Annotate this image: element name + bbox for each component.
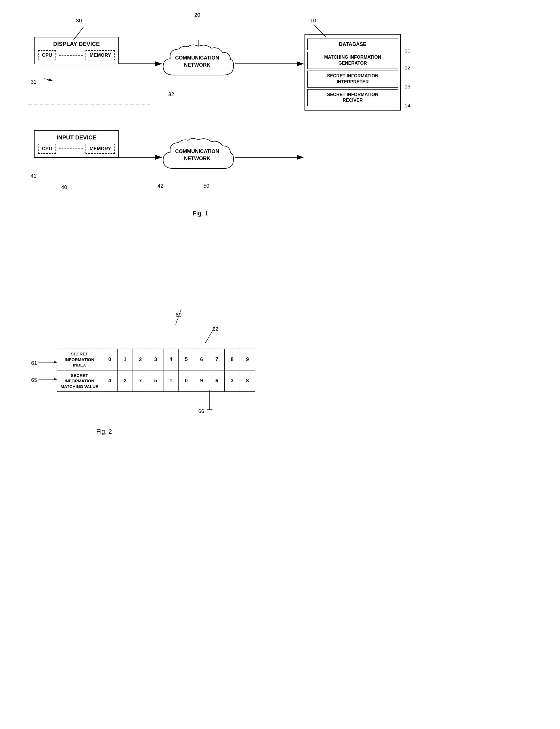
- index-3: 3: [148, 349, 163, 371]
- fig2-caption: Fig. 2: [96, 428, 112, 435]
- index-6: 6: [194, 349, 209, 371]
- index-4: 4: [163, 349, 179, 371]
- svg-line-14: [176, 309, 181, 324]
- ref-40: 40: [61, 184, 67, 190]
- input-device-title: INPUT DEVICE: [38, 134, 115, 141]
- index-1: 1: [118, 349, 133, 371]
- ref-12: 12: [404, 65, 410, 71]
- display-memory-box: MEMORY: [86, 50, 115, 60]
- ref-14: 14: [404, 103, 410, 109]
- fig1-caption: Fig. 1: [193, 210, 208, 217]
- secret-interpreter-box: SECRET INFORMATIONINTERPRETER: [307, 71, 398, 88]
- display-cpu-box: CPU: [38, 50, 56, 60]
- index-9: 9: [240, 349, 255, 371]
- ref-41: 41: [31, 173, 37, 179]
- match-3: 5: [148, 370, 163, 392]
- secret-receiver-label: SECRET INFORMATIONRECIVER: [327, 92, 378, 103]
- index-0: 0: [102, 349, 118, 371]
- secret-info-table: SECRET INFORMATIONINDEX 0 1 2 3 4 5 6 7 …: [57, 348, 255, 392]
- input-cpu-box: CPU: [38, 144, 56, 154]
- svg-line-15: [205, 326, 215, 343]
- index-8: 8: [225, 349, 240, 371]
- matching-info-label: MATCHING INFORMATIONGENERATOR: [324, 55, 381, 65]
- display-device-title: DISPLAY DEVICE: [38, 41, 115, 47]
- ref-10: 10: [310, 18, 316, 24]
- match-2: 7: [133, 370, 148, 392]
- row2-header: SECRET INFORMATIONMATCHING VALUE: [57, 370, 102, 392]
- database-box: DATABASE: [307, 39, 398, 50]
- ref-61: 61: [31, 360, 37, 366]
- matching-info-box: MATCHING INFORMATIONGENERATOR: [307, 52, 398, 69]
- ref-20: 20: [194, 12, 200, 18]
- ref-31: 31: [31, 79, 37, 85]
- match-9: 8: [240, 370, 255, 392]
- svg-text:COMMUNICATION: COMMUNICATION: [175, 55, 219, 61]
- index-5: 5: [179, 349, 194, 371]
- svg-line-9: [44, 78, 52, 81]
- ref-42: 42: [157, 183, 163, 189]
- database-label: DATABASE: [339, 41, 366, 47]
- secret-receiver-box: SECRET INFORMATIONRECIVER: [307, 89, 398, 106]
- ref-13: 13: [404, 84, 410, 90]
- match-8: 3: [225, 370, 240, 392]
- svg-text:NETWORK: NETWORK: [184, 156, 210, 161]
- row1-header: SECRET INFORMATIONINDEX: [57, 349, 102, 371]
- match-0: 4: [102, 370, 118, 392]
- page: 30 20 10 DATABASE MATCHING INFORMATIONGE…: [0, 0, 560, 729]
- svg-text:COMMUNICATION: COMMUNICATION: [175, 148, 219, 154]
- secret-interpreter-label: SECRET INFORMATIONINTERPRETER: [327, 73, 378, 84]
- match-1: 2: [118, 370, 133, 392]
- match-4: 1: [163, 370, 179, 392]
- match-5: 0: [179, 370, 194, 392]
- input-memory-box: MEMORY: [86, 144, 115, 154]
- ref-30: 30: [76, 18, 82, 24]
- ref-66: 66: [198, 408, 204, 415]
- ref-11: 11: [404, 48, 410, 54]
- svg-text:NETWORK: NETWORK: [184, 62, 210, 68]
- index-7: 7: [209, 349, 225, 371]
- index-2: 2: [133, 349, 148, 371]
- ref-32: 32: [168, 91, 174, 97]
- ref-65: 65: [31, 377, 37, 383]
- ref-50: 50: [203, 183, 209, 189]
